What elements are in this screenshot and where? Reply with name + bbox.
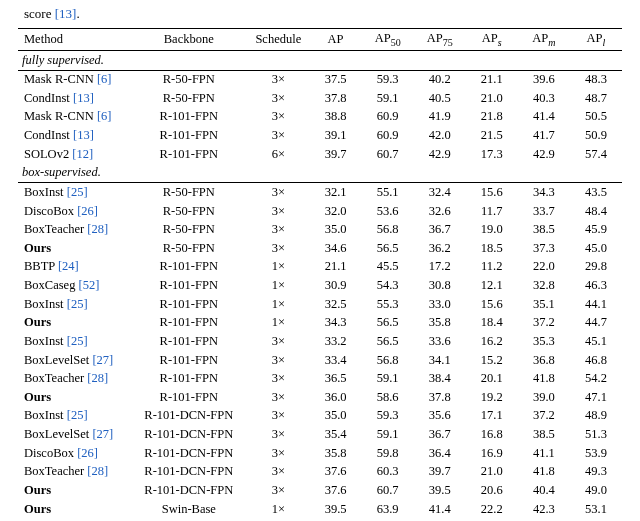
caption-period: .: [76, 6, 79, 21]
col-ap: AP: [310, 29, 362, 51]
table-row: DiscoBox [26]R-101-DCN-FPN3×35.859.836.4…: [18, 444, 622, 463]
table-row: BoxLevelSet [27]R-101-FPN3×33.456.834.11…: [18, 351, 622, 370]
table-row: BoxInst [25]R-101-FPN1×32.555.333.015.63…: [18, 295, 622, 314]
table-row: BoxInst [25]R-50-FPN3×32.155.132.415.634…: [18, 183, 622, 202]
table-row: OursR-101-FPN1×34.356.535.818.437.244.7: [18, 314, 622, 333]
caption-text-1: score: [24, 6, 55, 21]
table-row: BoxInst [25]R-101-DCN-FPN3×35.059.335.61…: [18, 407, 622, 426]
table-row: OursR-50-FPN3×34.656.536.218.537.345.0: [18, 239, 622, 258]
col-aps: APs: [466, 29, 518, 51]
table-row: OursR-101-FPN3×36.058.637.819.239.047.1: [18, 388, 622, 407]
caption-fragment: score [13].: [24, 6, 622, 22]
col-apl: APl: [570, 29, 622, 51]
table-body: fully supervised.Mask R-CNN [6]R-50-FPN3…: [18, 51, 622, 522]
table-row: Mask R-CNN [6]R-50-FPN3×37.559.340.221.1…: [18, 70, 622, 89]
table-row: CondInst [13]R-50-FPN3×37.859.140.521.04…: [18, 89, 622, 108]
table-row: BoxCaseg [52]R-101-FPN1×30.954.330.812.1…: [18, 277, 622, 296]
table-row: DiscoBox [26]R-50-FPN3×32.053.632.611.73…: [18, 202, 622, 221]
section-title: fully supervised.: [18, 51, 622, 71]
table-row: Mask R-CNN [6]R-101-FPN3×38.860.941.921.…: [18, 108, 622, 127]
table-row: SOLOv2 [12]R-101-FPN6×39.760.742.917.342…: [18, 145, 622, 164]
col-method: Method: [18, 29, 130, 51]
col-backbone: Backbone: [130, 29, 247, 51]
caption-cite: [13]: [55, 6, 77, 21]
results-table: Method Backbone Schedule AP AP50 AP75 AP…: [18, 28, 622, 521]
table-row: CondInst [13]R-101-FPN3×39.160.942.021.5…: [18, 127, 622, 146]
col-ap75: AP75: [414, 29, 466, 51]
table-row: BoxTeacher [28]R-101-DCN-FPN3×37.660.339…: [18, 463, 622, 482]
col-apm: APm: [518, 29, 570, 51]
table-row: BBTP [24]R-101-FPN1×21.145.517.211.222.0…: [18, 258, 622, 277]
table-row: OursSwin-Base1×39.563.941.422.242.353.1: [18, 500, 622, 519]
table-row: BoxTeacher [28]R-50-FPN3×35.056.836.719.…: [18, 221, 622, 240]
col-schedule: Schedule: [247, 29, 309, 51]
table-header: Method Backbone Schedule AP AP50 AP75 AP…: [18, 29, 622, 51]
table-row: BoxLevelSet [27]R-101-DCN-FPN3×35.459.13…: [18, 426, 622, 445]
section-title: box-supervised.: [18, 164, 622, 183]
page-root: score [13]. Method Backbone Schedule AP …: [0, 0, 640, 521]
table-row: BoxInst [25]R-101-FPN3×33.256.533.616.23…: [18, 332, 622, 351]
col-ap50: AP50: [362, 29, 414, 51]
table-row: OursR-101-DCN-FPN3×37.660.739.520.640.44…: [18, 481, 622, 500]
table-row: BoxTeacher [28]R-101-FPN3×36.559.138.420…: [18, 370, 622, 389]
